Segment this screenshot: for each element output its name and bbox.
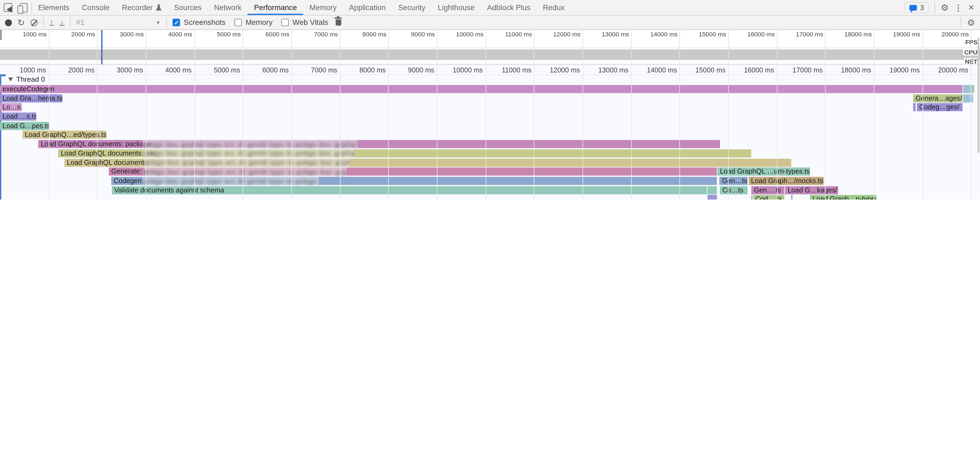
flame-event[interactable] — [963, 85, 973, 93]
gridline — [873, 65, 874, 200]
tab-redux[interactable]: Redux — [537, 0, 571, 15]
issues-badge-button[interactable]: 3 — [905, 2, 929, 13]
gridline — [194, 65, 195, 200]
tab-recorder[interactable]: Recorder — [116, 0, 168, 15]
gridline — [873, 30, 874, 65]
recording-session-select[interactable]: #1 — [76, 18, 84, 27]
flame-event[interactable] — [963, 94, 973, 102]
checkbox-memory[interactable]: Memory — [234, 18, 272, 27]
redacted-text: pckgs bsc grphql typs src dt gnrtd typs … — [143, 176, 319, 186]
checkbox-unchecked-icon[interactable] — [282, 19, 289, 26]
gridline — [291, 30, 292, 65]
redacted-text: pckgs bsc grphql typs src dt gnrtd typs … — [143, 148, 355, 158]
flame-event[interactable]: Gen.…ts — [751, 186, 784, 194]
tab-security[interactable]: Security — [392, 0, 432, 15]
ruler-tick-label: 16000 ms — [730, 31, 775, 37]
flame-event[interactable]: Lo…s — [0, 103, 22, 111]
flame-event[interactable]: Genera…ages/ — [913, 94, 963, 102]
ruler-tick-label: 6000 ms — [245, 31, 290, 37]
tab-performance[interactable]: Performance — [248, 0, 303, 15]
gridline — [631, 30, 632, 65]
kebab-menu-icon[interactable]: ⋮ — [954, 3, 963, 12]
ruler-tick-label: 7000 ms — [293, 31, 338, 37]
collapse-triangle-icon[interactable] — [8, 77, 13, 81]
tab-adblock-plus[interactable]: Adblock Plus — [481, 0, 536, 15]
gridline — [243, 65, 243, 200]
flame-event[interactable]: Load G…pes.ts — [0, 122, 49, 130]
flame-event[interactable]: Load Graph…n-types.ts — [810, 195, 876, 200]
flame-event-label: Genera…ages/ — [913, 94, 963, 102]
tab-elements[interactable]: Elements — [32, 0, 76, 15]
flame-event[interactable]: Gen…ts — [720, 177, 748, 185]
tab-memory[interactable]: Memory — [303, 0, 343, 15]
tab-label: Network — [214, 3, 242, 12]
flame-event-label: Gen…ts — [720, 177, 748, 185]
flame-event[interactable] — [791, 195, 792, 200]
flame-event-label: Load Gra…hema.ts — [0, 94, 63, 102]
divider — [43, 17, 43, 28]
flame-event[interactable]: Load GraphQL documents: pacpckgs bsc grp… — [58, 149, 751, 157]
flame-event[interactable]: Cod.…ts — [753, 195, 784, 200]
gridline — [243, 30, 243, 65]
capture-settings-gear-icon[interactable]: ⚙ — [967, 18, 975, 27]
tab-lighthouse[interactable]: Lighthouse — [431, 0, 481, 15]
device-toolbar-icon[interactable] — [20, 3, 27, 12]
flame-event[interactable]: Co…ts — [720, 186, 747, 194]
settings-gear-icon[interactable]: ⚙ — [941, 3, 949, 12]
gridline — [922, 65, 923, 200]
tab-network[interactable]: Network — [208, 0, 248, 15]
clear-recording-icon[interactable] — [30, 19, 37, 26]
chevron-down-icon[interactable]: ▼ — [156, 20, 161, 25]
flame-event[interactable]: Load Graph…/mocks.ts — [748, 177, 824, 185]
checkbox-web-vitals[interactable]: Web Vitals — [282, 18, 328, 27]
close-devtools-icon[interactable]: ✕ — [968, 3, 974, 12]
timeline-overview[interactable]: FPS CPU NET 1000 ms2000 ms3000 ms4000 ms… — [0, 30, 980, 65]
redacted-blur-overlay: pckgs bsc grphql typs src dt gnrtd typs … — [143, 157, 350, 168]
tab-console[interactable]: Console — [76, 0, 116, 15]
load-profile-icon[interactable]: ↑ — [49, 19, 54, 26]
ruler-tick-label: 19000 ms — [870, 66, 920, 73]
record-button[interactable] — [5, 19, 12, 26]
gridline — [97, 65, 98, 200]
flame-event[interactable] — [751, 195, 752, 200]
flame-event[interactable]: Load …s.ts — [0, 112, 37, 121]
gridline — [631, 65, 632, 200]
flame-event[interactable]: Load GraphQL documents: packagepckgs bsc… — [38, 140, 720, 148]
checkbox-checked-icon[interactable] — [173, 19, 180, 26]
thread-header[interactable]: Thread 0 — [8, 76, 45, 83]
checkbox-screenshots[interactable]: Screenshots — [173, 18, 226, 27]
vertical-scrollbar-thumb[interactable] — [978, 37, 980, 153]
flame-event[interactable]: Load GraphQ…ed/types.ts — [22, 131, 107, 139]
flame-event[interactable]: Codeg…ges/ — [916, 103, 963, 111]
thread-label: Thread 0 — [16, 76, 45, 83]
save-profile-icon[interactable]: ↓ — [60, 19, 64, 26]
tab-application[interactable]: Application — [343, 0, 392, 15]
flame-chart[interactable]: Thread 0 executeCodegenLoad Gra…hema.tsG… — [0, 65, 980, 200]
flame-event[interactable] — [707, 195, 717, 200]
checkbox-unchecked-icon[interactable] — [234, 19, 242, 26]
inspect-element-icon[interactable] — [4, 3, 13, 12]
tab-sources[interactable]: Sources — [168, 0, 208, 15]
trash-icon[interactable] — [336, 19, 341, 26]
gridline — [437, 65, 438, 200]
flame-event-label: Co…ts — [720, 186, 747, 194]
flame-event[interactable]: Load G…kages/ — [785, 186, 838, 194]
flame-event[interactable] — [707, 186, 717, 194]
flame-event[interactable]: Load GraphQL …urn-types.ts — [718, 168, 810, 176]
tab-label: Recorder — [122, 3, 153, 12]
gridline — [146, 30, 146, 65]
flame-event[interactable]: executeCodegen — [0, 85, 963, 93]
gridline — [825, 30, 826, 65]
flame-event[interactable] — [973, 85, 975, 93]
flame-event[interactable]: Validate documents against schema — [111, 186, 706, 194]
flame-event[interactable]: Load Gra…hema.ts — [0, 94, 63, 102]
reload-and-record-icon[interactable]: ↻ — [18, 19, 25, 26]
redacted-text: pckgs bsc grphql typs src dt gnrtd typs … — [143, 139, 357, 149]
ruler-tick-label: 3000 ms — [99, 31, 144, 37]
flame-event[interactable]: Codegen:pckgs bsc grphql typs src dt gnr… — [111, 177, 717, 185]
flame-event[interactable]: Generate: ppckgs bsc grphql typs src dt … — [109, 168, 717, 176]
flame-event[interactable]: Load GraphQL documents:pckgs bsc grphql … — [64, 159, 791, 167]
flame-event[interactable] — [913, 103, 916, 111]
redacted-blur-overlay: pckgs bsc grphql typs src dt gnrtd typs … — [143, 176, 319, 186]
flame-event-label: Load …s.ts — [0, 112, 37, 121]
